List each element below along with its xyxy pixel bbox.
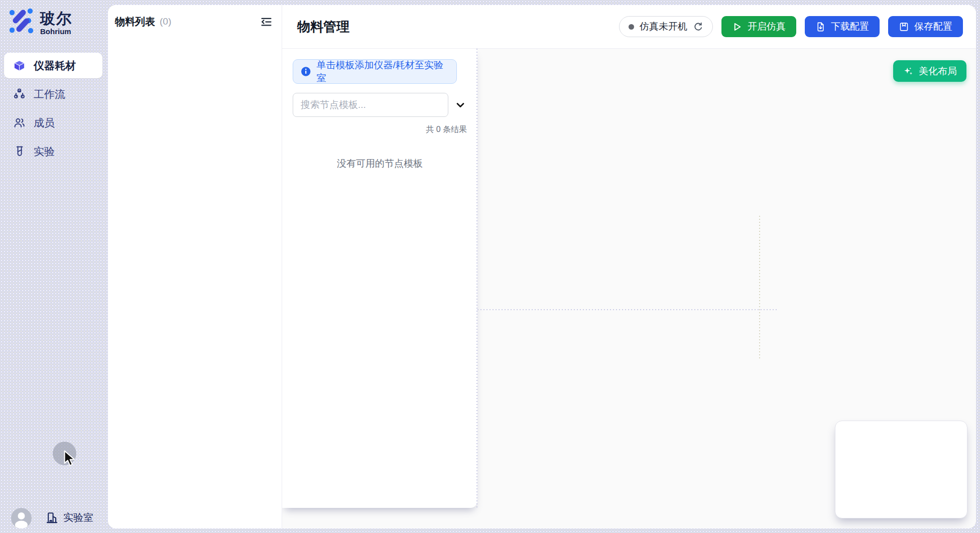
avatar-person-icon — [11, 508, 32, 528]
template-panel: 单击模板添加仪器/耗材至实验室 共 0 条结果 没有可用的节点模板 — [282, 49, 477, 508]
brand-name-en: Bohrium — [40, 27, 72, 36]
material-list-panel: 物料列表 (0) — [108, 5, 282, 528]
collapse-panel-button[interactable] — [258, 14, 275, 29]
main-container: 物料列表 (0) 物料管理 仿真未开机 — [108, 5, 976, 528]
status-dot-icon — [629, 24, 634, 30]
play-icon — [732, 22, 743, 32]
sparkles-icon — [903, 66, 914, 77]
canvas-guide-vertical — [759, 216, 760, 360]
brand-name-zh: 玻尔 — [40, 10, 72, 27]
lab-canvas[interactable]: 单击模板添加仪器/耗材至实验室 共 0 条结果 没有可用的节点模板 — [282, 49, 976, 528]
workflow-icon — [13, 88, 26, 100]
search-row — [293, 93, 467, 117]
beautify-layout-label: 美化布局 — [919, 65, 957, 78]
sidebar-item-label: 仪器耗材 — [34, 59, 76, 73]
mouse-cursor — [62, 450, 77, 467]
material-list-header: 物料列表 (0) — [108, 5, 282, 38]
chevron-down-icon — [454, 99, 466, 111]
save-config-label: 保存配置 — [914, 20, 952, 33]
result-count: 共 0 条结果 — [282, 124, 467, 135]
sidebar-item-workflow[interactable]: 工作流 — [4, 81, 102, 107]
users-icon — [13, 116, 26, 129]
material-list-count: (0) — [160, 16, 171, 27]
header-actions: 仿真未开机 开启仿真 下载配置 — [619, 16, 963, 37]
info-icon — [301, 66, 311, 77]
download-file-icon — [815, 22, 826, 32]
brand-logo[interactable]: 玻尔 Bohrium — [7, 6, 72, 36]
brand-text: 玻尔 Bohrium — [40, 6, 72, 36]
canvas-guide-horizontal — [477, 309, 779, 310]
sidebar: 玻尔 Bohrium 仪器耗材 工作流 — [0, 0, 108, 533]
empty-templates-text: 没有可用的节点模板 — [282, 157, 477, 170]
sidebar-item-instruments[interactable]: 仪器耗材 — [4, 53, 102, 78]
info-banner: 单击模板添加仪器/耗材至实验室 — [293, 59, 457, 84]
bohrium-logo-icon — [7, 6, 35, 34]
save-config-button[interactable]: 保存配置 — [888, 16, 963, 37]
beautify-layout-button[interactable]: 美化布局 — [893, 60, 966, 82]
download-config-button[interactable]: 下载配置 — [805, 16, 880, 37]
avatar[interactable] — [11, 508, 32, 528]
cube-icon — [13, 59, 26, 72]
content-header: 物料管理 仿真未开机 开启仿真 — [282, 5, 976, 49]
page-title: 物料管理 — [297, 18, 349, 36]
building-icon — [45, 511, 59, 524]
expand-templates-button[interactable] — [454, 99, 466, 111]
status-label: 仿真未开机 — [640, 20, 687, 33]
sidebar-item-experiments[interactable]: 实验 — [4, 139, 102, 164]
info-banner-text: 单击模板添加仪器/耗材至实验室 — [316, 59, 449, 85]
lab-link[interactable]: 实验室 — [45, 511, 93, 524]
sidebar-item-label: 实验 — [34, 145, 55, 159]
simulation-status-pill[interactable]: 仿真未开机 — [619, 16, 713, 37]
start-simulation-label: 开启仿真 — [748, 20, 786, 33]
sidebar-item-members[interactable]: 成员 — [4, 110, 102, 136]
download-config-label: 下载配置 — [831, 20, 869, 33]
sidebar-footer: 实验室 — [0, 508, 108, 529]
sidebar-nav: 仪器耗材 工作流 成员 实验 — [4, 53, 102, 164]
sidebar-item-label: 工作流 — [34, 87, 65, 101]
test-tube-icon — [13, 145, 26, 158]
sidebar-item-label: 成员 — [34, 116, 55, 130]
material-list-title: 物料列表 — [115, 15, 155, 29]
save-icon — [899, 22, 909, 32]
start-simulation-button[interactable]: 开启仿真 — [721, 16, 796, 37]
search-input[interactable] — [293, 93, 448, 117]
lab-label: 实验室 — [63, 511, 93, 524]
collapse-panel-icon — [260, 15, 273, 29]
refresh-icon[interactable] — [693, 22, 703, 32]
minimap[interactable] — [835, 421, 967, 518]
